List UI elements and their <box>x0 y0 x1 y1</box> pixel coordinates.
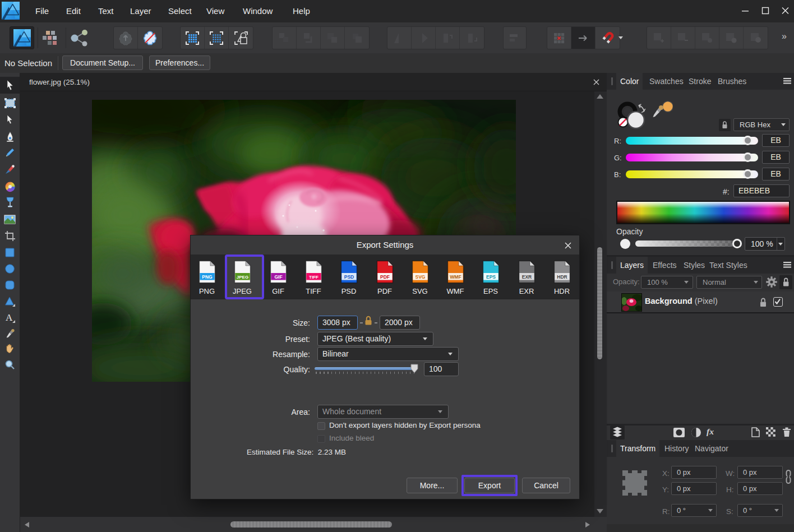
svg-text:PDF: PDF <box>380 274 390 280</box>
svg-text:PSD: PSD <box>344 274 354 280</box>
svg-text:WMF: WMF <box>450 274 461 280</box>
svg-text:GIF: GIF <box>274 274 282 280</box>
svg-text:A: A <box>6 312 13 323</box>
svg-text:TIFF: TIFF <box>309 275 318 280</box>
svg-text:EXR: EXR <box>522 274 532 280</box>
svg-text:SVG: SVG <box>416 274 426 280</box>
svg-text:EPS: EPS <box>486 274 496 280</box>
svg-text:HDR: HDR <box>557 274 567 280</box>
svg-text:JPEG: JPEG <box>237 275 248 280</box>
svg-text:PNG: PNG <box>202 274 213 280</box>
